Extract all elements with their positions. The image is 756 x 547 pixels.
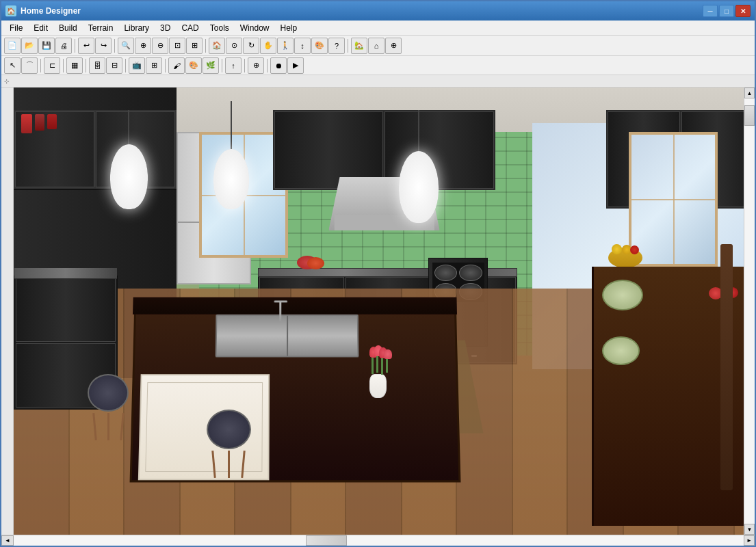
app-icon: 🏠 xyxy=(5,5,16,16)
pendant-light-1 xyxy=(110,110,148,209)
scene-canvas xyxy=(14,88,755,535)
garage-button[interactable]: ⊕ xyxy=(385,38,402,54)
close-button[interactable]: ✕ xyxy=(735,5,751,17)
island-counter-top xyxy=(133,297,458,315)
minimize-button[interactable]: ─ xyxy=(703,5,718,17)
burner xyxy=(459,265,482,281)
scroll-down-button[interactable]: ▼ xyxy=(744,524,755,535)
separator-3 xyxy=(205,39,206,53)
sink-divider xyxy=(287,315,289,356)
tulip xyxy=(384,349,392,359)
separator-4 xyxy=(348,39,348,53)
plate-2 xyxy=(602,336,640,365)
menu-window[interactable]: Window xyxy=(235,22,275,34)
separator-11 xyxy=(244,59,245,72)
scroll-track-vertical[interactable] xyxy=(744,98,755,524)
save-button[interactable]: 💾 xyxy=(38,38,55,54)
elevate-button[interactable]: ↕ xyxy=(294,38,311,54)
arrow-up-btn[interactable]: ↑ xyxy=(225,57,242,74)
scroll-track-horizontal[interactable] xyxy=(14,535,744,546)
apple2 xyxy=(307,257,324,269)
house-button[interactable]: 🏡 xyxy=(351,38,367,54)
rec2-btn[interactable]: ▶ xyxy=(287,57,304,74)
scroll-right-button[interactable]: ► xyxy=(744,535,755,546)
3d-button[interactable]: 🏠 xyxy=(209,38,225,54)
wall-button[interactable]: ⊏ xyxy=(44,57,60,74)
zoom-out-button[interactable]: ⊖ xyxy=(152,38,168,54)
move-btn[interactable]: ⊕ xyxy=(248,57,264,74)
title-controls: ─ □ ✕ xyxy=(703,5,751,17)
rec-btn[interactable]: ⏺ xyxy=(270,57,287,74)
perspective-button[interactable]: ⊙ xyxy=(226,38,242,54)
content-area: ▲ ▼ xyxy=(1,88,755,535)
menu-library[interactable]: Library xyxy=(118,22,155,34)
orbit-button[interactable]: ↻ xyxy=(243,38,259,54)
menu-build[interactable]: Build xyxy=(53,22,83,34)
menu-cad[interactable]: CAD xyxy=(176,22,204,34)
redo-button[interactable]: ↪ xyxy=(95,38,112,54)
open-button[interactable]: 📂 xyxy=(21,38,38,54)
pan-button[interactable]: ✋ xyxy=(260,38,276,54)
new-button[interactable]: 📄 xyxy=(4,38,21,54)
undo-button[interactable]: ↩ xyxy=(78,38,94,54)
menu-help[interactable]: Help xyxy=(274,22,302,34)
pendant-cord-1 xyxy=(128,110,129,144)
window-btn[interactable]: ⊞ xyxy=(146,57,162,74)
pendant-shade-2 xyxy=(213,149,249,209)
paint-btn[interactable]: 🖌 xyxy=(168,57,185,74)
walk-button[interactable]: 🚶 xyxy=(277,38,294,54)
scroll-thumb-vertical[interactable] xyxy=(744,105,755,126)
render-button[interactable]: 🎨 xyxy=(311,38,328,54)
left-counter-top xyxy=(14,268,117,279)
scroll-thumb-horizontal[interactable] xyxy=(306,535,347,546)
scroll-left-button[interactable]: ◄ xyxy=(1,535,14,546)
menu-edit[interactable]: Edit xyxy=(28,22,53,34)
separator-8 xyxy=(125,59,126,72)
main-view[interactable]: ▲ ▼ xyxy=(14,88,755,535)
zoom-in2-button[interactable]: ⊕ xyxy=(135,38,151,54)
cabinet2-btn[interactable]: ⊟ xyxy=(106,57,122,74)
barstool-2 xyxy=(207,410,251,478)
leg xyxy=(211,451,216,478)
roof-button[interactable]: ⌂ xyxy=(368,38,384,54)
maximize-button[interactable]: □ xyxy=(719,5,734,17)
app-window: 🏠 Home Designer ─ □ ✕ File Edit Build Te… xyxy=(0,0,756,547)
menu-tools[interactable]: Tools xyxy=(205,22,235,34)
stool-seat-2 xyxy=(207,410,251,449)
title-bar-left: 🏠 Home Designer xyxy=(5,5,81,16)
arc-button[interactable]: ⌒ xyxy=(21,57,38,74)
print-button[interactable]: 🖨 xyxy=(55,38,72,54)
menu-terrain[interactable]: Terrain xyxy=(83,22,119,34)
flower-vase xyxy=(369,374,387,398)
faucet xyxy=(279,301,281,321)
fit2-button[interactable]: ⊞ xyxy=(186,38,203,54)
barstool-1 xyxy=(88,374,129,440)
canister xyxy=(21,114,32,133)
separator-5 xyxy=(40,59,41,72)
help-button[interactable]: ? xyxy=(328,38,345,54)
fit-button[interactable]: ⊡ xyxy=(169,38,185,54)
menu-file[interactable]: File xyxy=(4,22,28,34)
floor-btn[interactable]: ▦ xyxy=(66,57,83,74)
scroll-up-button[interactable]: ▲ xyxy=(744,88,755,98)
stool-legs-1 xyxy=(88,413,129,440)
leg xyxy=(92,412,96,440)
fruit xyxy=(630,245,639,254)
plant-btn[interactable]: 🌿 xyxy=(203,57,219,74)
cabinet-door xyxy=(16,278,116,342)
select-button[interactable]: ↖ xyxy=(4,57,21,74)
separator-9 xyxy=(165,59,166,72)
menu-3d[interactable]: 3D xyxy=(155,22,176,34)
leg xyxy=(241,451,245,478)
pendant-shade-1 xyxy=(110,144,148,209)
bottom-scrollbar: ◄ ► xyxy=(1,535,755,546)
pendant-light-3 xyxy=(399,110,439,223)
zoom-in-button[interactable]: 🔍 xyxy=(118,38,134,54)
cabinet-btn[interactable]: 🗄 xyxy=(89,57,105,74)
toolbar-2: ↖ ⌒ ⊏ ▦ 🗄 ⊟ 📺 ⊞ 🖌 🎨 🌿 ↑ ⊕ ⏺ ▶ xyxy=(1,56,755,75)
texture-btn[interactable]: 🎨 xyxy=(185,57,202,74)
pendant-cord-3 xyxy=(418,110,419,151)
appliance-btn[interactable]: 📺 xyxy=(129,57,145,74)
toolbar-1: 📄 📂 💾 🖨 ↩ ↪ 🔍 ⊕ ⊖ ⊡ ⊞ 🏠 ⊙ ↻ ✋ 🚶 ↕ 🎨 ? 🏡 … xyxy=(1,36,755,56)
canisters xyxy=(21,114,57,133)
